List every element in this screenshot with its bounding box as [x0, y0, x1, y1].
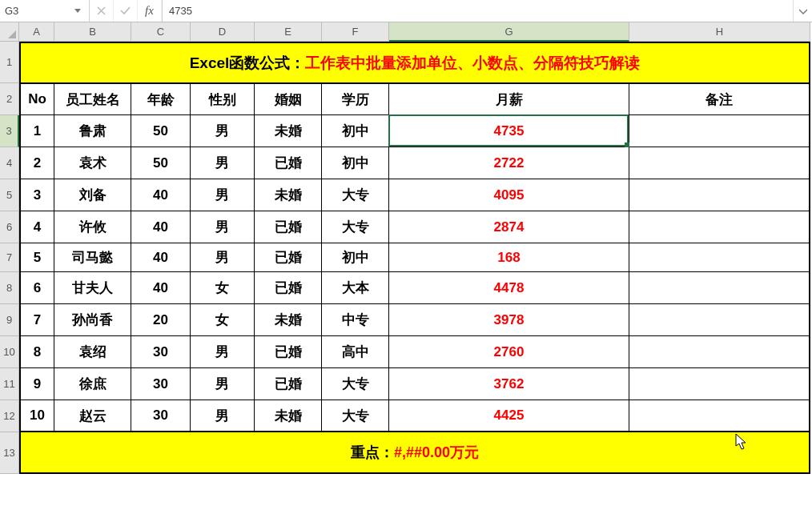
data-cell-r5-c0[interactable]: 3	[19, 179, 54, 211]
data-cell-r11-c1[interactable]: 徐庶	[54, 368, 131, 400]
data-cell-r5-c3[interactable]: 男	[191, 179, 255, 211]
row-header-2[interactable]: 2	[0, 83, 19, 115]
data-cell-r9-c2[interactable]: 20	[131, 304, 191, 336]
data-cell-r12-c6[interactable]: 4425	[389, 400, 629, 432]
data-cell-r3-c4[interactable]: 未婚	[255, 115, 322, 147]
data-cell-r6-c2[interactable]: 40	[131, 211, 191, 243]
data-cell-r4-c2[interactable]: 50	[131, 147, 191, 179]
data-cell-r10-c5[interactable]: 高中	[322, 336, 389, 368]
data-cell-r5-c5[interactable]: 大专	[322, 179, 389, 211]
data-cell-r12-c0[interactable]: 10	[19, 400, 54, 432]
data-cell-r6-c6[interactable]: 2874	[389, 211, 629, 243]
data-cell-r8-c6[interactable]: 4478	[389, 272, 629, 304]
data-cell-r12-c4[interactable]: 未婚	[255, 400, 322, 432]
name-box-dropdown-icon[interactable]	[71, 5, 84, 18]
data-cell-r6-c4[interactable]: 已婚	[255, 211, 322, 243]
header-cell-6[interactable]: 月薪	[389, 83, 629, 115]
data-cell-r9-c1[interactable]: 孙尚香	[54, 304, 131, 336]
data-cell-r12-c2[interactable]: 30	[131, 400, 191, 432]
data-cell-r7-c0[interactable]: 5	[19, 243, 54, 272]
data-cell-r5-c1[interactable]: 刘备	[54, 179, 131, 211]
data-cell-r11-c5[interactable]: 大专	[322, 368, 389, 400]
data-cell-r9-c3[interactable]: 女	[191, 304, 255, 336]
data-cell-r7-c3[interactable]: 男	[191, 243, 255, 272]
data-cell-r12-c1[interactable]: 赵云	[54, 400, 131, 432]
expand-formula-bar-button[interactable]	[793, 0, 812, 22]
data-cell-r8-c0[interactable]: 6	[19, 272, 54, 304]
header-cell-7[interactable]: 备注	[629, 83, 810, 115]
header-cell-2[interactable]: 年龄	[131, 83, 191, 115]
data-cell-r10-c0[interactable]: 8	[19, 336, 54, 368]
data-cell-r8-c7[interactable]	[629, 272, 810, 304]
row-header-1[interactable]: 1	[0, 42, 19, 83]
cells-area[interactable]: Excel函数公式：工作表中批量添加单位、小数点、分隔符技巧解读No员工姓名年龄…	[19, 42, 810, 474]
cancel-edit-button[interactable]	[90, 0, 114, 22]
row-header-11[interactable]: 11	[0, 368, 19, 400]
row-header-8[interactable]: 8	[0, 272, 19, 304]
data-cell-r12-c3[interactable]: 男	[191, 400, 255, 432]
select-all-corner[interactable]	[0, 22, 19, 42]
column-header-H[interactable]: H	[629, 22, 810, 42]
data-cell-r4-c3[interactable]: 男	[191, 147, 255, 179]
data-cell-r6-c5[interactable]: 大专	[322, 211, 389, 243]
row-header-3[interactable]: 3	[0, 115, 19, 147]
data-cell-r9-c6[interactable]: 3978	[389, 304, 629, 336]
data-cell-r4-c6[interactable]: 2722	[389, 147, 629, 179]
data-cell-r7-c1[interactable]: 司马懿	[54, 243, 131, 272]
row-header-12[interactable]: 12	[0, 400, 19, 432]
data-cell-r4-c5[interactable]: 初中	[322, 147, 389, 179]
row-header-13[interactable]: 13	[0, 432, 19, 474]
data-cell-r3-c1[interactable]: 鲁肃	[54, 115, 131, 147]
data-cell-r6-c0[interactable]: 4	[19, 211, 54, 243]
data-cell-r10-c4[interactable]: 已婚	[255, 336, 322, 368]
row-header-6[interactable]: 6	[0, 211, 19, 243]
data-cell-r3-c3[interactable]: 男	[191, 115, 255, 147]
data-cell-r3-c5[interactable]: 初中	[322, 115, 389, 147]
insert-function-button[interactable]: fx	[138, 0, 162, 22]
data-cell-r6-c1[interactable]: 许攸	[54, 211, 131, 243]
column-header-B[interactable]: B	[54, 22, 131, 42]
data-cell-r3-c0[interactable]: 1	[19, 115, 54, 147]
data-cell-r5-c4[interactable]: 未婚	[255, 179, 322, 211]
data-cell-r3-c2[interactable]: 50	[131, 115, 191, 147]
data-cell-r5-c6[interactable]: 4095	[389, 179, 629, 211]
data-cell-r8-c5[interactable]: 大本	[322, 272, 389, 304]
name-box[interactable]: G3	[0, 0, 90, 22]
data-cell-r11-c0[interactable]: 9	[19, 368, 54, 400]
data-cell-r10-c6[interactable]: 2760	[389, 336, 629, 368]
data-cell-r7-c6[interactable]: 168	[389, 243, 629, 272]
data-cell-r8-c1[interactable]: 甘夫人	[54, 272, 131, 304]
data-cell-r4-c1[interactable]: 袁术	[54, 147, 131, 179]
data-cell-r8-c2[interactable]: 40	[131, 272, 191, 304]
data-cell-r12-c5[interactable]: 大专	[322, 400, 389, 432]
column-header-E[interactable]: E	[255, 22, 322, 42]
formula-input[interactable]: 4735	[162, 0, 793, 22]
data-cell-r8-c3[interactable]: 女	[191, 272, 255, 304]
data-cell-r10-c7[interactable]	[629, 336, 810, 368]
data-cell-r10-c3[interactable]: 男	[191, 336, 255, 368]
data-cell-r11-c3[interactable]: 男	[191, 368, 255, 400]
footer-note[interactable]: 重点：#,##0.00万元	[19, 432, 810, 474]
column-header-A[interactable]: A	[19, 22, 54, 42]
column-header-D[interactable]: D	[191, 22, 255, 42]
data-cell-r11-c7[interactable]	[629, 368, 810, 400]
data-cell-r4-c7[interactable]	[629, 147, 810, 179]
data-cell-r7-c2[interactable]: 40	[131, 243, 191, 272]
data-cell-r6-c3[interactable]: 男	[191, 211, 255, 243]
data-cell-r11-c4[interactable]: 已婚	[255, 368, 322, 400]
data-cell-r9-c4[interactable]: 未婚	[255, 304, 322, 336]
row-header-5[interactable]: 5	[0, 179, 19, 211]
data-cell-r8-c4[interactable]: 已婚	[255, 272, 322, 304]
column-header-F[interactable]: F	[322, 22, 389, 42]
data-cell-r3-c7[interactable]	[629, 115, 810, 147]
data-cell-r10-c1[interactable]: 袁绍	[54, 336, 131, 368]
header-cell-4[interactable]: 婚姻	[255, 83, 322, 115]
data-cell-r7-c4[interactable]: 已婚	[255, 243, 322, 272]
data-cell-r3-c6[interactable]: 4735	[389, 115, 629, 147]
data-cell-r11-c6[interactable]: 3762	[389, 368, 629, 400]
title-banner[interactable]: Excel函数公式：工作表中批量添加单位、小数点、分隔符技巧解读	[19, 42, 810, 83]
header-cell-5[interactable]: 学历	[322, 83, 389, 115]
column-header-C[interactable]: C	[131, 22, 191, 42]
data-cell-r9-c5[interactable]: 中专	[322, 304, 389, 336]
data-cell-r9-c7[interactable]	[629, 304, 810, 336]
